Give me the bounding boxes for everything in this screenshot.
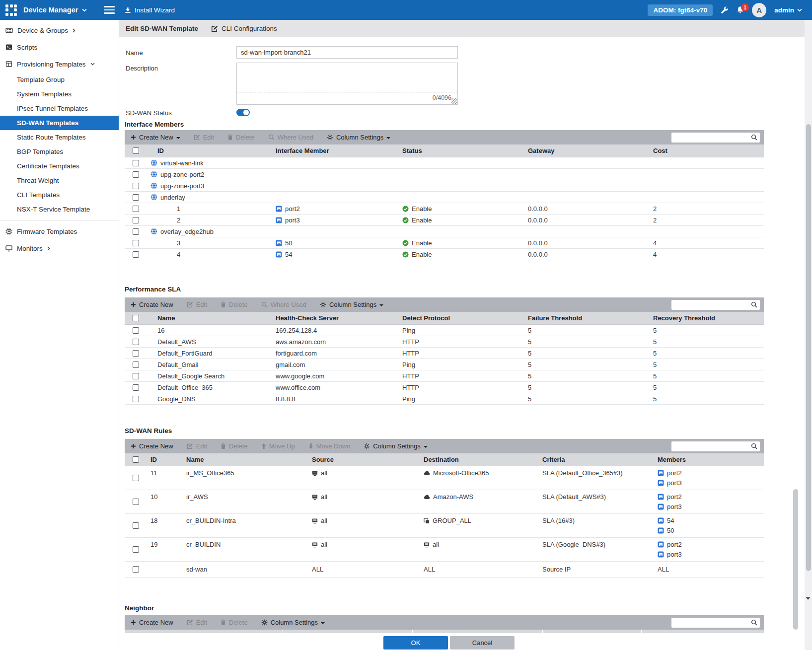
row-checkbox[interactable] [133, 183, 139, 189]
neighbor-toolbar-delete[interactable]: Delete [221, 619, 248, 626]
name-input[interactable] [236, 46, 458, 59]
sla-toolbar-delete[interactable]: Delete [221, 301, 248, 308]
wrench-icon[interactable] [721, 6, 729, 14]
resize-handle-icon[interactable] [451, 98, 457, 104]
row-checkbox[interactable] [133, 171, 139, 178]
performance-sla-row[interactable]: Default_AWSaws.amazon.comHTTP55 [125, 336, 764, 348]
neighbor-toolbar-create-new[interactable]: Create New [131, 619, 173, 626]
cancel-button[interactable]: Cancel [450, 636, 515, 650]
sidebar-item-provisioning-templates[interactable]: Provisioning Templates [0, 56, 119, 72]
interface-member-row[interactable]: 2port3Enable0.0.0.02 [125, 215, 764, 226]
ok-button[interactable]: OK [383, 636, 448, 650]
content-scrollbar-thumb[interactable] [793, 489, 798, 630]
row-checkbox[interactable] [133, 384, 139, 391]
sidebar-item-ipsec-tunnel-templates[interactable]: IPsec Tunnel Templates [0, 101, 119, 116]
sidebar-item-cli-templates[interactable]: CLI Templates [0, 188, 119, 202]
row-checkbox[interactable] [133, 361, 139, 368]
search-input[interactable] [671, 300, 751, 309]
row-checkbox[interactable] [133, 475, 139, 481]
sdwan-rule-row[interactable]: sd-wanALLALLSource IPALL [125, 562, 764, 578]
performance-sla-row[interactable]: Default_Google Searchwww.google.comHTTP5… [125, 370, 764, 382]
sidebar-item-system-templates[interactable]: System Templates [0, 87, 119, 101]
sdwan-rule-row[interactable]: 19cr_BUILDINallallSLA (Google_DNS#3)port… [125, 538, 764, 562]
page-scrollbar-thumb[interactable] [806, 124, 811, 571]
row-checkbox[interactable] [133, 228, 139, 235]
performance-sla-row[interactable]: Default_FortiGuardfortiguard.comHTTP55 [125, 348, 764, 359]
im-toolbar-column-settings[interactable]: Column Settings [327, 134, 390, 141]
sidebar-item-threat-weight[interactable]: Threat Weight [0, 173, 119, 188]
row-checkbox[interactable] [133, 240, 139, 246]
row-checkbox[interactable] [133, 350, 139, 357]
rules-toolbar-move-up[interactable]: Move Up [261, 442, 295, 450]
rules-toolbar-delete[interactable]: Delete [221, 442, 248, 450]
sdwan-rule-row[interactable]: 18cr_BUILDIN-IntraallGROUP_ALLSLA (16#3)… [125, 514, 764, 538]
sdwan-rule-row[interactable]: 10ir_AWSallAmazon-AWSSLA (Default_AWS#3)… [125, 490, 764, 514]
app-launcher-icon[interactable] [5, 4, 17, 16]
device-manager-menu[interactable]: Device Manager [23, 6, 87, 14]
sidebar-item-bgp-templates[interactable]: BGP Templates [0, 144, 119, 159]
interface-zone-row[interactable]: underlay [125, 192, 764, 203]
performance-sla-row[interactable]: Default_Office_365www.office.comHTTP55 [125, 382, 764, 393]
search-input[interactable] [671, 442, 751, 451]
row-checkbox[interactable] [133, 194, 139, 201]
rules-toolbar-move-down[interactable]: Move Down [308, 442, 351, 450]
cli-configurations-button[interactable]: CLI Configurations [211, 25, 277, 32]
sidebar-item-template-group[interactable]: Template Group [0, 72, 119, 87]
row-checkbox[interactable] [133, 396, 139, 402]
neighbor-toolbar-column-settings[interactable]: Column Settings [261, 619, 325, 626]
rules-toolbar-column-settings[interactable]: Column Settings [364, 442, 427, 450]
sdwan-status-toggle[interactable] [236, 109, 250, 116]
interface-zone-row[interactable]: upg-zone-port3 [125, 180, 764, 192]
sidebar-toggle-button[interactable] [104, 4, 115, 15]
row-checkbox[interactable] [133, 566, 139, 573]
sidebar-item-sd-wan-templates[interactable]: SD-WAN Templates [0, 116, 119, 130]
install-wizard-button[interactable]: Install Wizard [125, 0, 175, 20]
row-checkbox[interactable] [133, 499, 139, 505]
search-input[interactable] [671, 133, 751, 142]
row-checkbox[interactable] [133, 251, 139, 258]
row-checkbox[interactable] [133, 339, 139, 345]
sla-toolbar-create-new[interactable]: Create New [131, 301, 173, 308]
sidebar-item-static-route-templates[interactable]: Static Route Templates [0, 130, 119, 144]
sidebar-item-nsx-t-service-template[interactable]: NSX-T Service Template [0, 202, 119, 217]
sidebar-item-monitors[interactable]: Monitors [0, 240, 119, 257]
row-checkbox[interactable] [133, 373, 139, 379]
im-toolbar-edit[interactable]: Edit [194, 134, 214, 141]
description-input[interactable] [237, 63, 457, 91]
performance-sla-row[interactable]: Default_Gmailgmail.comPing55 [125, 359, 764, 370]
adom-selector[interactable]: ADOM: fgt64-v70 [648, 4, 713, 16]
performance-sla-row[interactable]: Google_DNS8.8.8.8Ping55 [125, 393, 764, 405]
select-all-checkbox[interactable] [133, 456, 139, 463]
search-input[interactable] [671, 618, 751, 627]
scrollbar-down-arrow-icon[interactable] [806, 597, 811, 600]
sidebar-item-scripts[interactable]: Scripts [0, 39, 119, 56]
sla-toolbar-column-settings[interactable]: Column Settings [320, 301, 383, 308]
sidebar-item-certificate-templates[interactable]: Certificate Templates [0, 159, 119, 173]
sidebar-item-device-groups[interactable]: Device & Groups [0, 22, 119, 39]
performance-sla-row[interactable]: 16169.254.128.4Ping55 [125, 325, 764, 336]
interface-member-row[interactable]: 1port2Enable0.0.0.02 [125, 203, 764, 215]
interface-member-row[interactable]: 454Enable0.0.0.04 [125, 249, 764, 260]
interface-zone-row[interactable]: virtual-wan-link [125, 157, 764, 169]
im-toolbar-create-new[interactable]: Create New [131, 134, 180, 141]
row-checkbox[interactable] [133, 160, 139, 166]
interface-member-row[interactable]: 350Enable0.0.0.04 [125, 237, 764, 249]
rules-toolbar-create-new[interactable]: Create New [131, 442, 173, 450]
sidebar-item-firmware-templates[interactable]: Firmware Templates [0, 223, 119, 240]
notifications-bell-icon[interactable]: 1 [737, 6, 744, 14]
im-toolbar-delete[interactable]: Delete [227, 134, 255, 141]
select-all-checkbox[interactable] [133, 147, 139, 154]
row-checkbox[interactable] [133, 206, 139, 212]
row-checkbox[interactable] [133, 522, 139, 529]
avatar[interactable]: A [752, 3, 766, 17]
interface-zone-row[interactable]: upg-zone-port2 [125, 169, 764, 180]
sdwan-rule-row[interactable]: 11ir_MS_Office365allMicrosoft-Office365S… [125, 466, 764, 490]
rules-toolbar-edit[interactable]: Edit [187, 442, 207, 450]
user-menu[interactable]: admin [774, 6, 802, 14]
sla-toolbar-edit[interactable]: Edit [187, 301, 207, 308]
row-checkbox[interactable] [133, 327, 139, 334]
im-toolbar-where-used[interactable]: Where Used [268, 134, 313, 141]
neighbor-toolbar-edit[interactable]: Edit [187, 619, 207, 626]
sla-toolbar-where-used[interactable]: Where Used [261, 301, 306, 308]
row-checkbox[interactable] [133, 546, 139, 553]
